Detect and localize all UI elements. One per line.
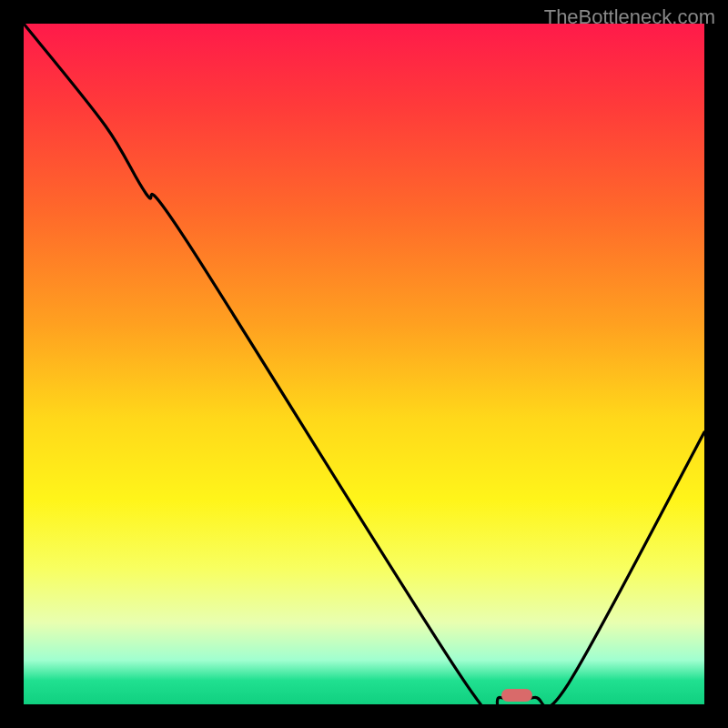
curve-svg <box>24 24 704 704</box>
bottleneck-marker <box>501 689 532 702</box>
watermark-text: TheBottleneck.com <box>544 5 715 29</box>
plot-area <box>24 24 704 704</box>
curve-path <box>24 24 704 704</box>
